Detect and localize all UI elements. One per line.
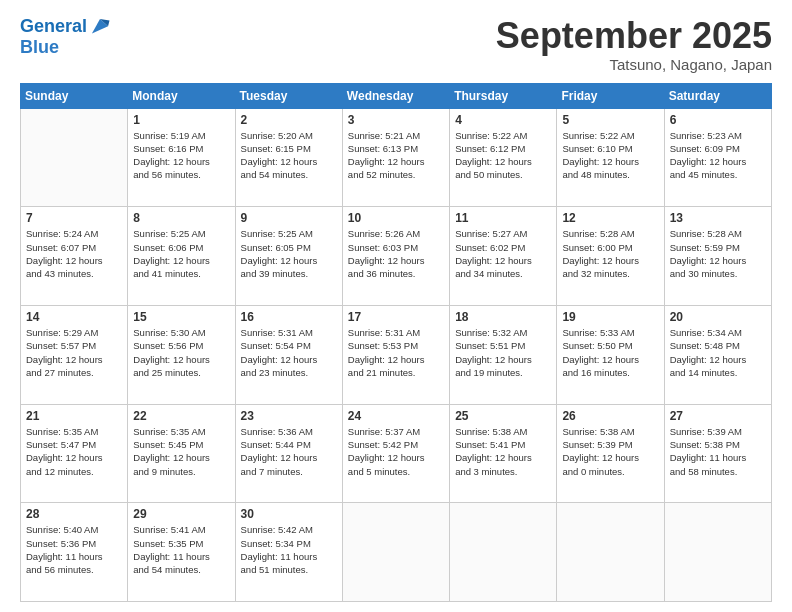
- day-info: Sunrise: 5:22 AM Sunset: 6:12 PM Dayligh…: [455, 129, 551, 182]
- day-number: 27: [670, 409, 766, 423]
- page: General Blue September 2025 Tatsuno, Nag…: [0, 0, 792, 612]
- day-info: Sunrise: 5:21 AM Sunset: 6:13 PM Dayligh…: [348, 129, 444, 182]
- calendar-cell: 14Sunrise: 5:29 AM Sunset: 5:57 PM Dayli…: [21, 305, 128, 404]
- day-number: 18: [455, 310, 551, 324]
- calendar-cell: 13Sunrise: 5:28 AM Sunset: 5:59 PM Dayli…: [664, 207, 771, 306]
- calendar-cell: 20Sunrise: 5:34 AM Sunset: 5:48 PM Dayli…: [664, 305, 771, 404]
- day-info: Sunrise: 5:25 AM Sunset: 6:05 PM Dayligh…: [241, 227, 337, 280]
- calendar-cell: 17Sunrise: 5:31 AM Sunset: 5:53 PM Dayli…: [342, 305, 449, 404]
- day-info: Sunrise: 5:35 AM Sunset: 5:45 PM Dayligh…: [133, 425, 229, 478]
- day-info: Sunrise: 5:35 AM Sunset: 5:47 PM Dayligh…: [26, 425, 122, 478]
- day-number: 25: [455, 409, 551, 423]
- calendar-cell: 5Sunrise: 5:22 AM Sunset: 6:10 PM Daylig…: [557, 108, 664, 207]
- calendar-cell: 21Sunrise: 5:35 AM Sunset: 5:47 PM Dayli…: [21, 404, 128, 503]
- day-info: Sunrise: 5:40 AM Sunset: 5:36 PM Dayligh…: [26, 523, 122, 576]
- calendar-cell: 29Sunrise: 5:41 AM Sunset: 5:35 PM Dayli…: [128, 503, 235, 602]
- weekday-header: Tuesday: [235, 83, 342, 108]
- day-info: Sunrise: 5:22 AM Sunset: 6:10 PM Dayligh…: [562, 129, 658, 182]
- calendar-cell: [342, 503, 449, 602]
- day-number: 14: [26, 310, 122, 324]
- calendar-cell: 1Sunrise: 5:19 AM Sunset: 6:16 PM Daylig…: [128, 108, 235, 207]
- day-info: Sunrise: 5:34 AM Sunset: 5:48 PM Dayligh…: [670, 326, 766, 379]
- day-number: 30: [241, 507, 337, 521]
- day-info: Sunrise: 5:28 AM Sunset: 6:00 PM Dayligh…: [562, 227, 658, 280]
- day-number: 1: [133, 113, 229, 127]
- day-info: Sunrise: 5:42 AM Sunset: 5:34 PM Dayligh…: [241, 523, 337, 576]
- calendar-cell: 27Sunrise: 5:39 AM Sunset: 5:38 PM Dayli…: [664, 404, 771, 503]
- calendar-cell: 16Sunrise: 5:31 AM Sunset: 5:54 PM Dayli…: [235, 305, 342, 404]
- calendar-cell: 3Sunrise: 5:21 AM Sunset: 6:13 PM Daylig…: [342, 108, 449, 207]
- calendar-cell: 30Sunrise: 5:42 AM Sunset: 5:34 PM Dayli…: [235, 503, 342, 602]
- day-number: 2: [241, 113, 337, 127]
- day-number: 20: [670, 310, 766, 324]
- day-number: 22: [133, 409, 229, 423]
- day-info: Sunrise: 5:32 AM Sunset: 5:51 PM Dayligh…: [455, 326, 551, 379]
- calendar-cell: 7Sunrise: 5:24 AM Sunset: 6:07 PM Daylig…: [21, 207, 128, 306]
- calendar-week-row: 14Sunrise: 5:29 AM Sunset: 5:57 PM Dayli…: [21, 305, 772, 404]
- calendar-cell: [664, 503, 771, 602]
- month-title: September 2025: [496, 16, 772, 56]
- calendar-cell: 15Sunrise: 5:30 AM Sunset: 5:56 PM Dayli…: [128, 305, 235, 404]
- day-number: 8: [133, 211, 229, 225]
- day-number: 26: [562, 409, 658, 423]
- day-number: 5: [562, 113, 658, 127]
- day-info: Sunrise: 5:31 AM Sunset: 5:54 PM Dayligh…: [241, 326, 337, 379]
- day-number: 3: [348, 113, 444, 127]
- day-info: Sunrise: 5:41 AM Sunset: 5:35 PM Dayligh…: [133, 523, 229, 576]
- day-info: Sunrise: 5:38 AM Sunset: 5:41 PM Dayligh…: [455, 425, 551, 478]
- calendar-cell: [557, 503, 664, 602]
- calendar-cell: 4Sunrise: 5:22 AM Sunset: 6:12 PM Daylig…: [450, 108, 557, 207]
- day-number: 28: [26, 507, 122, 521]
- logo: General Blue: [20, 16, 111, 58]
- calendar-cell: 25Sunrise: 5:38 AM Sunset: 5:41 PM Dayli…: [450, 404, 557, 503]
- day-info: Sunrise: 5:37 AM Sunset: 5:42 PM Dayligh…: [348, 425, 444, 478]
- calendar-week-row: 28Sunrise: 5:40 AM Sunset: 5:36 PM Dayli…: [21, 503, 772, 602]
- weekday-header: Monday: [128, 83, 235, 108]
- day-info: Sunrise: 5:39 AM Sunset: 5:38 PM Dayligh…: [670, 425, 766, 478]
- day-number: 16: [241, 310, 337, 324]
- calendar-cell: 24Sunrise: 5:37 AM Sunset: 5:42 PM Dayli…: [342, 404, 449, 503]
- day-number: 23: [241, 409, 337, 423]
- weekday-header: Wednesday: [342, 83, 449, 108]
- day-number: 7: [26, 211, 122, 225]
- day-info: Sunrise: 5:23 AM Sunset: 6:09 PM Dayligh…: [670, 129, 766, 182]
- day-number: 24: [348, 409, 444, 423]
- calendar-cell: 12Sunrise: 5:28 AM Sunset: 6:00 PM Dayli…: [557, 207, 664, 306]
- calendar-cell: 10Sunrise: 5:26 AM Sunset: 6:03 PM Dayli…: [342, 207, 449, 306]
- logo-text: General: [20, 17, 87, 37]
- weekday-header: Saturday: [664, 83, 771, 108]
- day-info: Sunrise: 5:38 AM Sunset: 5:39 PM Dayligh…: [562, 425, 658, 478]
- day-info: Sunrise: 5:26 AM Sunset: 6:03 PM Dayligh…: [348, 227, 444, 280]
- logo-icon: [89, 16, 111, 38]
- day-info: Sunrise: 5:28 AM Sunset: 5:59 PM Dayligh…: [670, 227, 766, 280]
- weekday-header: Friday: [557, 83, 664, 108]
- day-info: Sunrise: 5:19 AM Sunset: 6:16 PM Dayligh…: [133, 129, 229, 182]
- calendar-cell: 6Sunrise: 5:23 AM Sunset: 6:09 PM Daylig…: [664, 108, 771, 207]
- calendar-cell: 22Sunrise: 5:35 AM Sunset: 5:45 PM Dayli…: [128, 404, 235, 503]
- day-number: 10: [348, 211, 444, 225]
- location: Tatsuno, Nagano, Japan: [496, 56, 772, 73]
- calendar-cell: 28Sunrise: 5:40 AM Sunset: 5:36 PM Dayli…: [21, 503, 128, 602]
- day-number: 13: [670, 211, 766, 225]
- day-info: Sunrise: 5:33 AM Sunset: 5:50 PM Dayligh…: [562, 326, 658, 379]
- day-number: 11: [455, 211, 551, 225]
- calendar-cell: 26Sunrise: 5:38 AM Sunset: 5:39 PM Dayli…: [557, 404, 664, 503]
- day-info: Sunrise: 5:20 AM Sunset: 6:15 PM Dayligh…: [241, 129, 337, 182]
- day-number: 4: [455, 113, 551, 127]
- calendar-cell: 19Sunrise: 5:33 AM Sunset: 5:50 PM Dayli…: [557, 305, 664, 404]
- day-number: 6: [670, 113, 766, 127]
- day-info: Sunrise: 5:31 AM Sunset: 5:53 PM Dayligh…: [348, 326, 444, 379]
- day-info: Sunrise: 5:36 AM Sunset: 5:44 PM Dayligh…: [241, 425, 337, 478]
- title-block: September 2025 Tatsuno, Nagano, Japan: [496, 16, 772, 73]
- calendar-cell: 18Sunrise: 5:32 AM Sunset: 5:51 PM Dayli…: [450, 305, 557, 404]
- day-info: Sunrise: 5:24 AM Sunset: 6:07 PM Dayligh…: [26, 227, 122, 280]
- calendar-week-row: 21Sunrise: 5:35 AM Sunset: 5:47 PM Dayli…: [21, 404, 772, 503]
- weekday-header: Sunday: [21, 83, 128, 108]
- day-number: 21: [26, 409, 122, 423]
- calendar-header-row: SundayMondayTuesdayWednesdayThursdayFrid…: [21, 83, 772, 108]
- calendar-cell: [21, 108, 128, 207]
- day-number: 17: [348, 310, 444, 324]
- calendar-week-row: 1Sunrise: 5:19 AM Sunset: 6:16 PM Daylig…: [21, 108, 772, 207]
- calendar-table: SundayMondayTuesdayWednesdayThursdayFrid…: [20, 83, 772, 602]
- calendar-cell: 11Sunrise: 5:27 AM Sunset: 6:02 PM Dayli…: [450, 207, 557, 306]
